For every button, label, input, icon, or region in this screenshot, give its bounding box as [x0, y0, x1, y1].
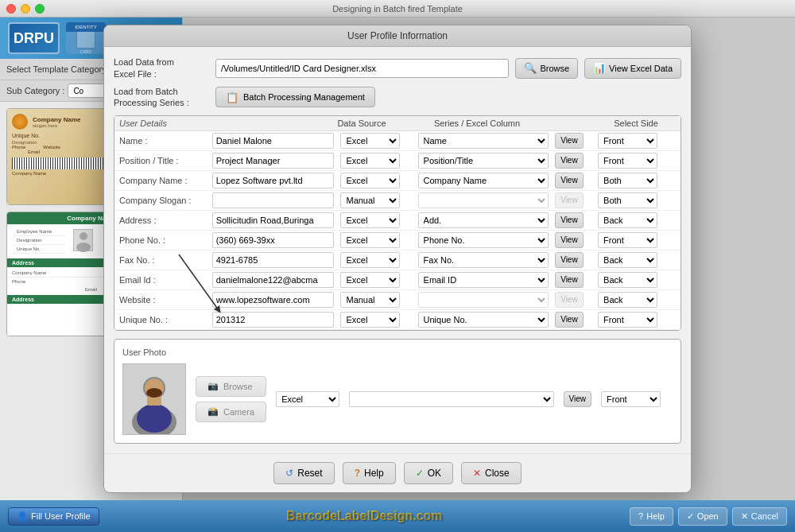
field-view-4[interactable]: View [555, 212, 584, 228]
field-series-6[interactable]: Fax No. [418, 252, 549, 268]
minimize-window-button[interactable] [21, 4, 30, 14]
field-series-4[interactable]: Add. [418, 212, 549, 228]
camera-icon: 📸 [207, 406, 219, 417]
field-view-6[interactable]: View [555, 252, 584, 268]
photo-row: 📷 Browse 📸 Camera Excel Manual [122, 363, 673, 435]
reset-button[interactable]: ↺ Reset [273, 462, 334, 484]
photo-side-select[interactable]: Front Back Both [601, 391, 661, 407]
field-source-3[interactable]: Excel Manual [340, 192, 400, 208]
field-side-5[interactable]: Front Back Both [598, 232, 657, 248]
field-series-1[interactable]: Position/Title [418, 153, 549, 169]
field-side-6[interactable]: Front Back Both [598, 252, 657, 268]
field-side-9[interactable]: Front Back Both [598, 312, 657, 328]
field-source-5[interactable]: Excel Manual [340, 232, 400, 248]
field-value-2[interactable] [212, 173, 335, 188]
field-value-0[interactable] [212, 133, 335, 149]
field-side-7[interactable]: Front Back Both [598, 272, 657, 288]
table-row: Company Name : Excel Manual Company Name [114, 170, 681, 190]
field-side-1[interactable]: Front Back Both [598, 153, 657, 169]
help-icon-bottom: ? [638, 511, 643, 521]
excel-file-input[interactable] [215, 59, 509, 78]
field-label-1: Position / Title : [119, 156, 179, 165]
field-source-7[interactable]: Excel Manual [340, 272, 400, 288]
user-details-section: User Details Data Source Series / Excel … [114, 115, 681, 331]
photo-camera-button[interactable]: 📸 Camera [196, 402, 266, 422]
ok-button[interactable]: ✓ OK [404, 462, 453, 484]
field-side-3[interactable]: Front Back Both [598, 192, 657, 208]
field-view-1[interactable]: View [555, 153, 584, 169]
table-row: Fax No. : Excel Manual Fax No. [114, 250, 681, 270]
close-label: Close [485, 468, 510, 479]
user-profile-dialog: User Profile Information Load Data fromE… [103, 25, 692, 492]
bottom-help-button[interactable]: ? Help [630, 507, 673, 526]
table-row: Position / Title : Excel Manual Position… [114, 150, 681, 170]
field-value-9[interactable] [212, 312, 335, 328]
photo-view-button[interactable]: View [564, 391, 592, 407]
photo-series-select[interactable] [349, 391, 553, 407]
photo-section-title: User Photo [122, 348, 673, 357]
field-side-8[interactable]: Front Back Both [598, 292, 657, 308]
field-view-7[interactable]: View [555, 272, 584, 288]
field-side-4[interactable]: Front Back Both [598, 212, 657, 228]
field-series-2[interactable]: Company Name [418, 173, 549, 188]
photo-side-row: Front Back Both [601, 391, 673, 407]
field-side-0[interactable]: Front Back Both [598, 133, 657, 149]
field-series-7[interactable]: Email ID [418, 272, 549, 288]
field-view-8: View [555, 292, 584, 308]
field-source-8[interactable]: Excel Manual [340, 292, 400, 308]
field-view-3: View [555, 192, 584, 208]
field-view-9[interactable]: View [555, 312, 584, 328]
field-value-7[interactable] [212, 272, 335, 288]
ok-icon: ✓ [416, 468, 424, 479]
section-title: User Details [119, 118, 207, 128]
field-value-5[interactable] [212, 232, 335, 248]
photo-buttons: 📷 Browse 📸 Camera [196, 376, 266, 422]
help-button[interactable]: ? Help [343, 462, 396, 484]
photo-source-select[interactable]: Excel Manual [276, 391, 339, 407]
field-series-0[interactable]: Name [418, 133, 549, 149]
load-batch-row: Load from BatchProcessing Series : 📋 Bat… [114, 86, 681, 109]
bottom-right-buttons: ? Help ✓ Open ✕ Cancel [630, 507, 787, 526]
field-view-0[interactable]: View [555, 133, 584, 149]
field-label-7: Email Id : [119, 275, 156, 285]
field-series-9[interactable]: Unique No. [418, 312, 549, 328]
table-row: Email Id : Excel Manual Email ID [114, 270, 681, 289]
close-button[interactable]: ✕ Close [461, 462, 522, 484]
bottom-help-label: Help [646, 511, 665, 521]
field-source-1[interactable]: Excel Manual [340, 153, 400, 169]
field-view-5[interactable]: View [555, 232, 584, 248]
dialog-title: User Profile Information [104, 25, 691, 47]
bottom-open-button[interactable]: ✓ Open [678, 507, 727, 526]
field-value-1[interactable] [212, 153, 335, 169]
table-row: Unique No. : Excel Manual Unique No. [114, 309, 681, 329]
field-source-0[interactable]: Excel Manual [340, 133, 400, 149]
field-series-8 [418, 292, 549, 308]
bottom-cancel-button[interactable]: ✕ Cancel [732, 507, 787, 526]
browse-button[interactable]: 🔍 Browse [515, 58, 578, 79]
view-excel-button[interactable]: 📊 View Excel Data [584, 58, 681, 79]
fill-profile-button[interactable]: 👤 Fill User Profile [8, 507, 99, 526]
field-source-6[interactable]: Excel Manual [340, 252, 400, 268]
maximize-window-button[interactable] [35, 4, 45, 14]
field-series-5[interactable]: Phone No. [418, 232, 549, 248]
table-row: Phone No. : Excel Manual Phone No. [114, 230, 681, 250]
view-excel-icon: 📊 [593, 62, 606, 74]
photo-source-row: Excel Manual [276, 391, 339, 407]
help-icon: ? [355, 468, 360, 479]
field-side-2[interactable]: Front Back Both [598, 173, 657, 188]
field-value-8[interactable] [212, 292, 335, 308]
field-value-6[interactable] [212, 252, 335, 268]
user-photo-section: User Photo [114, 339, 681, 444]
field-value-4[interactable] [212, 212, 335, 228]
photo-browse-button[interactable]: 📷 Browse [196, 376, 266, 397]
field-source-9[interactable]: Excel Manual [340, 312, 400, 328]
dialog-body: Load Data fromExcel File : 🔍 Browse 📊 Vi… [104, 47, 691, 452]
field-source-2[interactable]: Excel Manual [340, 173, 400, 188]
field-source-4[interactable]: Excel Manual [340, 212, 400, 228]
bottom-open-label: Open [697, 511, 719, 521]
field-value-3[interactable] [212, 192, 335, 208]
batch-processing-button[interactable]: 📋 Batch Processing Management [215, 87, 375, 107]
col-header-datasource: Data Source [326, 118, 398, 128]
field-view-2[interactable]: View [555, 173, 584, 188]
close-window-button[interactable] [6, 4, 16, 14]
